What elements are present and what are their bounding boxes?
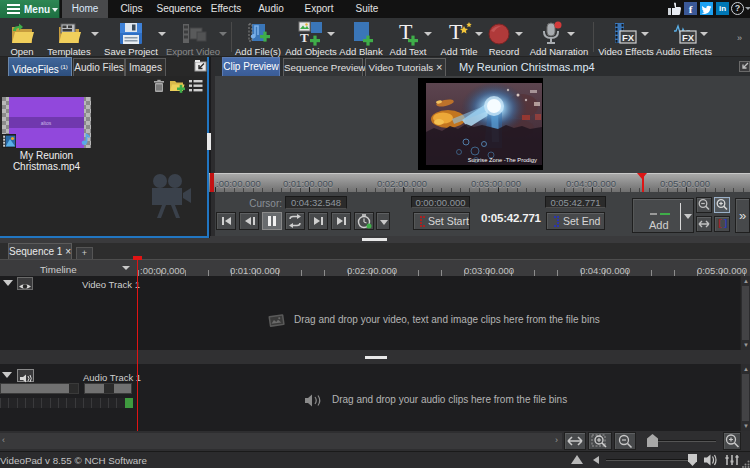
svg-text:Sunrise Zone -The Prodigy: Sunrise Zone -The Prodigy xyxy=(468,157,537,163)
svg-text:T: T xyxy=(300,30,309,45)
svg-text:T: T xyxy=(449,21,463,44)
svg-text:altos: altos xyxy=(41,120,52,126)
svg-text:FX: FX xyxy=(682,32,695,43)
svg-text:FX: FX xyxy=(622,32,635,43)
